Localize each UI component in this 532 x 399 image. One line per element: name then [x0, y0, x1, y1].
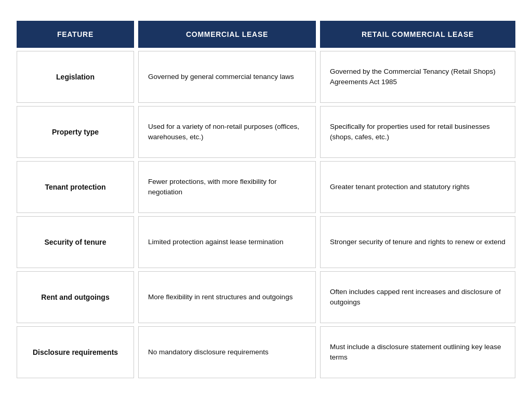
commercial-security-tenure: Limited protection against lease termina… [138, 216, 316, 268]
feature-tenant-protection: Tenant protection [17, 161, 134, 213]
feature-disclosure: Disclosure requirements [17, 326, 134, 378]
comparison-table: FEATURE COMMERCIAL LEASE RETAIL COMMERCI… [17, 21, 515, 378]
feature-rent-outgoings: Rent and outgoings [17, 271, 134, 323]
retail-property-type: Specifically for properties used for ret… [320, 106, 515, 158]
header-commercial: COMMERCIAL LEASE [138, 21, 316, 48]
table-grid: FEATURE COMMERCIAL LEASE RETAIL COMMERCI… [17, 21, 515, 378]
feature-security-tenure: Security of tenure [17, 216, 134, 268]
retail-rent-outgoings: Often includes capped rent increases and… [320, 271, 515, 323]
commercial-property-type: Used for a variety of non-retail purpose… [138, 106, 316, 158]
feature-legislation: Legislation [17, 51, 134, 103]
header-retail: RETAIL COMMERCIAL LEASE [320, 21, 515, 48]
feature-property-type: Property type [17, 106, 134, 158]
header-feature: FEATURE [17, 21, 134, 48]
commercial-disclosure: No mandatory disclosure requirements [138, 326, 316, 378]
commercial-tenant-protection: Fewer protections, with more flexibility… [138, 161, 316, 213]
retail-legislation: Governed by the Commercial Tenancy (Reta… [320, 51, 515, 103]
commercial-rent-outgoings: More flexibility in rent structures and … [138, 271, 316, 323]
retail-tenant-protection: Greater tenant protection and statutory … [320, 161, 515, 213]
retail-security-tenure: Stronger security of tenure and rights t… [320, 216, 515, 268]
commercial-legislation: Governed by general commercial tenancy l… [138, 51, 316, 103]
retail-disclosure: Must include a disclosure statement outl… [320, 326, 515, 378]
